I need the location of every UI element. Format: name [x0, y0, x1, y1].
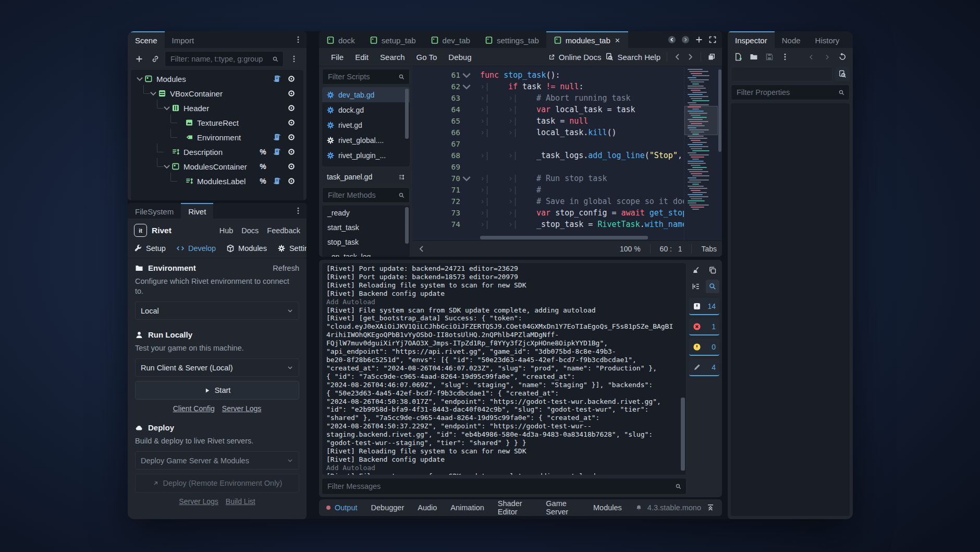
rivet-nav-develop[interactable]: Develop [176, 244, 216, 253]
unique-name-icon[interactable]: % [260, 148, 266, 156]
code-editor[interactable]: 61func stop_task():62›|if task != null:6… [412, 66, 722, 257]
nav-back-icon[interactable] [673, 53, 682, 61]
code-hscrollbar[interactable] [480, 236, 690, 239]
tab-import[interactable]: Import [165, 31, 202, 48]
resource-menu-button[interactable] [778, 50, 792, 64]
methods-list[interactable]: _readystart_taskstop_task_on_task_log [322, 206, 410, 257]
bottom-panel-modules[interactable]: Modules [593, 499, 622, 516]
filter-messages-input[interactable] [322, 478, 687, 495]
filter-methods-input[interactable] [322, 187, 410, 203]
current-script-label[interactable]: task_panel.gd [322, 169, 410, 185]
scene-menu-icon[interactable] [290, 31, 307, 48]
menu-debug[interactable]: Debug [443, 53, 477, 62]
menu-file[interactable]: File [325, 53, 349, 62]
tab-rivet[interactable]: Rivet [181, 203, 213, 219]
unique-name-icon[interactable]: % [260, 177, 266, 185]
script-icon[interactable] [273, 133, 281, 141]
bottom-panel-audio[interactable]: Audio [418, 499, 437, 516]
online-docs-button[interactable]: Online Docs [548, 53, 602, 62]
open-docs-button[interactable] [835, 67, 850, 81]
search-help-button[interactable]: Search Help [605, 53, 660, 62]
tab-dev-tab[interactable]: dev_tab [423, 31, 477, 48]
copy-output-button[interactable] [706, 263, 719, 277]
float-window-icon[interactable] [707, 53, 716, 61]
method-list-item[interactable]: _on_task_log [322, 249, 410, 257]
notification-bell-icon[interactable] [635, 505, 642, 511]
sort-methods-icon[interactable] [395, 171, 408, 183]
visibility-eye-icon[interactable] [287, 75, 296, 83]
visibility-eye-icon[interactable] [287, 104, 296, 112]
scene-tree-menu-icon[interactable] [286, 55, 302, 63]
expand-bottom-panel-icon[interactable] [706, 503, 715, 512]
filter-properties-input[interactable] [731, 85, 850, 100]
script-icon[interactable] [273, 148, 281, 156]
visibility-eye-icon[interactable] [287, 177, 296, 185]
method-list-item[interactable]: stop_task [322, 235, 410, 249]
zoom-level[interactable]: 100 % [620, 245, 641, 253]
toggle-scripts-panel-icon[interactable] [418, 245, 426, 253]
visibility-eye-icon[interactable] [287, 118, 296, 127]
close-tab-icon[interactable] [614, 37, 621, 44]
save-resource-button[interactable] [762, 50, 777, 64]
search-output-button[interactable] [706, 280, 719, 293]
menu-go-to[interactable]: Go To [411, 53, 443, 62]
rivet-link-hub[interactable]: Hub [219, 226, 234, 235]
visibility-eye-icon[interactable] [287, 148, 296, 156]
scripts-scrollbar[interactable] [405, 89, 409, 139]
tab-settings-tab[interactable]: settings_tab [477, 31, 546, 48]
history-back-icon[interactable] [668, 35, 676, 44]
scene-tree[interactable]: ModulesVBoxContainerHeaderTextureRectEnv… [131, 70, 303, 200]
run-mode-select[interactable]: Run Client & Server (Local) [135, 358, 299, 377]
script-list-item[interactable]: rivet.gd [322, 117, 410, 133]
method-list-item[interactable]: start_task [322, 220, 410, 235]
script-list-item[interactable]: dev_tab.gd [322, 87, 410, 102]
scene-tree-row[interactable]: ModulesContainer% [131, 159, 303, 174]
scene-tree-row[interactable]: TextureRect [131, 115, 303, 130]
scene-tree-row[interactable]: Description% [131, 145, 303, 159]
property-filter-button[interactable] [852, 85, 853, 100]
script-list-item[interactable]: dock.gd [322, 102, 410, 117]
inspector-menu-icon[interactable] [847, 31, 853, 48]
tab-history[interactable]: History [808, 31, 847, 48]
bottom-panel-game-server[interactable]: Game Server [546, 499, 580, 516]
inspector-forward-button[interactable] [819, 50, 834, 64]
tab-setup-tab[interactable]: setup_tab [362, 31, 423, 48]
tab-modules-tab[interactable]: modules_tab [546, 31, 628, 48]
script-list-item[interactable]: rivet_plugin_... [322, 148, 410, 163]
link-server-logs[interactable]: Server Logs [222, 404, 261, 413]
load-resource-button[interactable] [746, 50, 761, 64]
script-list-item[interactable]: rivet_global.... [322, 133, 410, 148]
tab-scene[interactable]: Scene [128, 31, 165, 48]
methods-scrollbar[interactable] [405, 207, 409, 244]
code-scrollbar[interactable] [718, 69, 721, 152]
link-build-list[interactable]: Build List [226, 497, 255, 506]
script-icon[interactable] [273, 75, 281, 83]
bottom-panel-debugger[interactable]: Debugger [371, 499, 405, 516]
tab-inspector[interactable]: Inspector [728, 31, 775, 48]
link-server-logs[interactable]: Server Logs [179, 497, 218, 506]
filter-badge-error[interactable]: 1 [689, 318, 719, 335]
script-icon[interactable] [273, 177, 281, 185]
visibility-eye-icon[interactable] [287, 133, 296, 141]
deploy-target-select[interactable]: Deploy Game Server & Modules [135, 451, 299, 470]
history-forward-icon[interactable] [681, 35, 690, 44]
deploy-button[interactable]: Deploy (Remote Environment Only) [135, 474, 299, 493]
log-scrollbar[interactable] [681, 398, 685, 471]
visibility-eye-icon[interactable] [287, 89, 296, 98]
scene-filter-input[interactable] [165, 51, 284, 67]
add-node-button[interactable] [132, 52, 146, 66]
bottom-panel-animation[interactable]: Animation [450, 499, 484, 516]
output-log[interactable]: [Rivet] Port update: backend=24721 edito… [322, 262, 687, 475]
scene-tree-row[interactable]: Environment [131, 130, 303, 145]
rivet-link-feedback[interactable]: Feedback [267, 226, 300, 235]
clear-output-button[interactable] [689, 263, 703, 277]
link-client-config[interactable]: Client Config [173, 404, 215, 413]
collapse-messages-button[interactable] [689, 280, 703, 293]
scene-tree-row[interactable]: Modules [131, 71, 303, 86]
scripts-list[interactable]: dev_tab.gddock.gdrivet.gdrivet_global...… [322, 87, 410, 166]
instance-scene-button[interactable] [149, 52, 163, 66]
new-script-icon[interactable] [695, 35, 703, 44]
distraction-free-icon[interactable] [708, 35, 717, 44]
inspector-history-button[interactable] [835, 50, 850, 64]
indent-mode[interactable]: Tabs [701, 245, 717, 253]
